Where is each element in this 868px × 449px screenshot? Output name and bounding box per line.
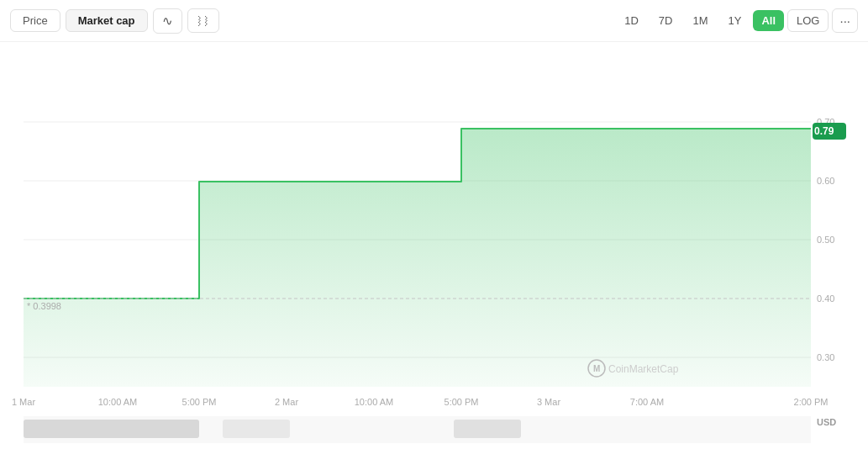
svg-text:2:00 PM: 2:00 PM [794,397,829,407]
svg-text:0.50: 0.50 [817,235,834,245]
time-btn-7d[interactable]: 7D [650,10,681,31]
chart-area: 0.70 0.60 0.50 0.40 0.30 * 0.3998 1 Mar … [0,42,868,449]
more-options-btn[interactable]: ··· [832,8,858,33]
price-tab[interactable]: Price [10,9,60,32]
line-chart-icon: ∿ [162,13,173,29]
svg-text:M: M [593,364,600,373]
svg-text:0.40: 0.40 [817,293,834,304]
market-cap-tab[interactable]: Market cap [66,9,148,32]
svg-text:0.79: 0.79 [814,125,834,137]
svg-rect-30 [454,420,521,438]
toolbar: Price Market cap ∿ ⧘⧘ 1D 7D 1M 1Y All LO… [0,0,868,42]
svg-text:0.30: 0.30 [817,352,834,362]
svg-rect-28 [24,420,199,438]
svg-text:5:00 PM: 5:00 PM [182,397,217,407]
log-btn[interactable]: LOG [787,9,829,32]
candle-chart-icon: ⧘⧘ [197,13,210,28]
svg-text:* 0.3998: * 0.3998 [27,301,61,311]
svg-text:5:00 PM: 5:00 PM [445,397,479,407]
line-chart-btn[interactable]: ∿ [153,8,182,34]
time-btn-1y[interactable]: 1Y [719,10,750,31]
candle-chart-btn[interactable]: ⧘⧘ [187,8,219,33]
svg-text:7:00 AM: 7:00 AM [630,397,664,407]
toolbar-left: Price Market cap ∿ ⧘⧘ [10,8,219,34]
price-chart-svg: 0.70 0.60 0.50 0.40 0.30 * 0.3998 1 Mar … [0,42,868,449]
svg-text:2 Mar: 2 Mar [275,397,298,407]
svg-rect-29 [223,420,290,438]
time-btn-1d[interactable]: 1D [616,10,647,31]
svg-text:3 Mar: 3 Mar [537,397,560,407]
svg-text:0.60: 0.60 [817,176,834,186]
svg-text:USD: USD [817,417,836,427]
time-btn-1m[interactable]: 1M [684,10,716,31]
chart-container: Price Market cap ∿ ⧘⧘ 1D 7D 1M 1Y All LO… [0,0,868,449]
time-btn-all[interactable]: All [753,10,784,31]
svg-text:CoinMarketCap: CoinMarketCap [608,363,679,375]
svg-text:1 Mar: 1 Mar [12,397,35,407]
svg-text:10:00 AM: 10:00 AM [98,397,137,407]
toolbar-right: 1D 7D 1M 1Y All LOG ··· [616,8,858,33]
svg-text:10:00 AM: 10:00 AM [355,397,393,407]
